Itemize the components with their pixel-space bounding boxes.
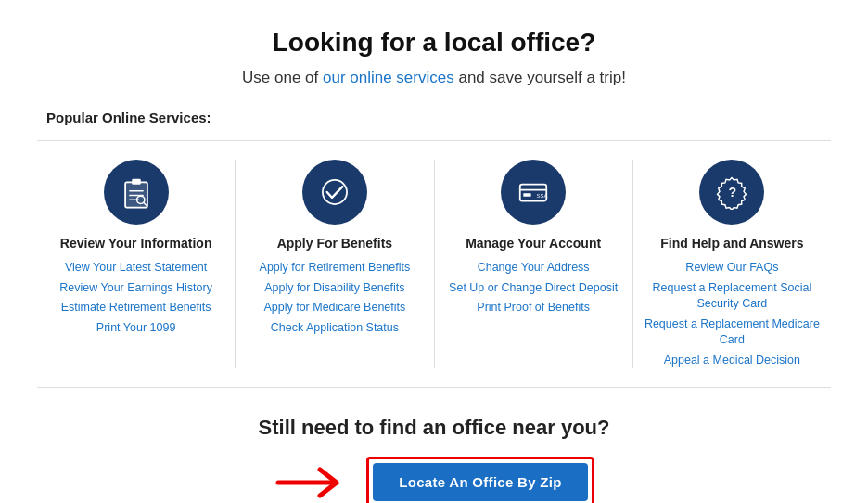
apply-icon-circle: [302, 160, 367, 225]
review-link-3[interactable]: Print Your 1099: [59, 320, 212, 337]
svg-rect-11: [523, 193, 530, 197]
service-card-help: ? Find Help and Answers Review Our FAQs …: [633, 160, 831, 368]
clipboard-icon: [119, 174, 154, 210]
manage-link-0[interactable]: Change Your Address: [449, 260, 618, 277]
manage-link-2[interactable]: Print Proof of Benefits: [449, 300, 618, 316]
review-link-1[interactable]: Review Your Earnings History: [59, 280, 212, 297]
help-link-2[interactable]: Request a Replacement Medicare Card: [645, 316, 820, 349]
apply-link-2[interactable]: Apply for Medicare Benefits: [260, 300, 411, 316]
popular-label: Popular Online Services:: [37, 110, 211, 125]
manage-link-1[interactable]: Set Up or Change Direct Deposit: [449, 280, 618, 297]
svg-rect-2: [132, 179, 141, 185]
help-title: Find Help and Answers: [660, 236, 803, 251]
subtitle-end: and save yourself a trip!: [454, 69, 626, 86]
arrow-icon: [274, 464, 348, 501]
checkmark-icon: [317, 174, 352, 210]
review-icon-circle: [104, 160, 169, 225]
apply-title: Apply For Benefits: [277, 236, 392, 251]
services-grid: Review Your Information View Your Latest…: [37, 140, 831, 388]
online-services-link[interactable]: our online services: [323, 69, 454, 86]
help-link-1[interactable]: Request a Replacement Social Security Ca…: [645, 280, 820, 313]
review-title: Review Your Information: [60, 236, 212, 251]
apply-links: Apply for Retirement Benefits Apply for …: [260, 260, 411, 336]
service-card-manage: SSA Manage Your Account Change Your Addr…: [435, 160, 633, 368]
manage-title: Manage Your Account: [466, 236, 601, 251]
help-link-0[interactable]: Review Our FAQs: [645, 260, 820, 277]
locate-office-button[interactable]: Locate An Office By Zip: [373, 463, 588, 501]
subtitle: Use one of our online services and save …: [242, 69, 626, 87]
locate-btn-wrapper: Locate An Office By Zip: [366, 457, 594, 503]
review-link-0[interactable]: View Your Latest Statement: [59, 260, 212, 277]
svg-text:SSA: SSA: [537, 193, 548, 199]
apply-link-1[interactable]: Apply for Disability Benefits: [260, 280, 411, 297]
service-card-review: Review Your Information View Your Latest…: [37, 160, 236, 368]
still-need-text: Still need to find an office near you?: [259, 416, 610, 440]
page-title: Looking for a local office?: [273, 28, 595, 58]
subtitle-plain: Use one of: [242, 69, 323, 86]
apply-link-3[interactable]: Check Application Status: [260, 320, 411, 337]
locate-row: Locate An Office By Zip: [274, 457, 594, 503]
help-icon-circle: ?: [699, 160, 764, 225]
card-icon: SSA: [516, 174, 551, 210]
help-links: Review Our FAQs Request a Replacement So…: [645, 260, 820, 368]
apply-link-0[interactable]: Apply for Retirement Benefits: [260, 260, 411, 277]
review-link-2[interactable]: Estimate Retirement Benefits: [59, 300, 212, 316]
manage-icon-circle: SSA: [501, 160, 566, 225]
question-icon: ?: [714, 174, 749, 210]
review-links: View Your Latest Statement Review Your E…: [59, 260, 212, 336]
service-card-apply: Apply For Benefits Apply for Retirement …: [236, 160, 434, 368]
manage-links: Change Your Address Set Up or Change Dir…: [449, 260, 618, 316]
help-link-3[interactable]: Appeal a Medical Decision: [645, 353, 820, 369]
svg-text:?: ?: [729, 185, 737, 200]
